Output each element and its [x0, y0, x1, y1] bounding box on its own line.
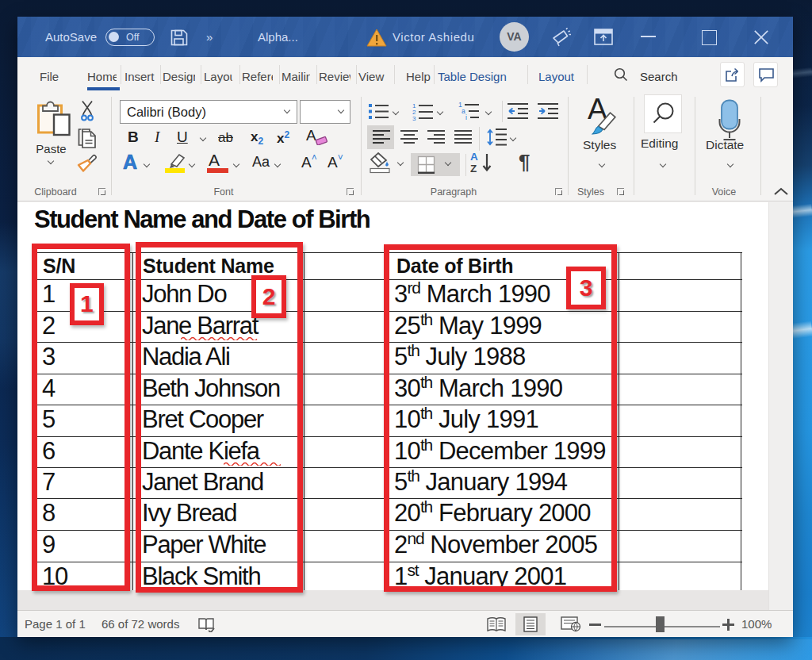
svg-text:A: A	[470, 151, 478, 163]
svg-text:i: i	[465, 113, 467, 121]
svg-text:Z: Z	[470, 163, 477, 174]
svg-text:3: 3	[412, 115, 416, 121]
